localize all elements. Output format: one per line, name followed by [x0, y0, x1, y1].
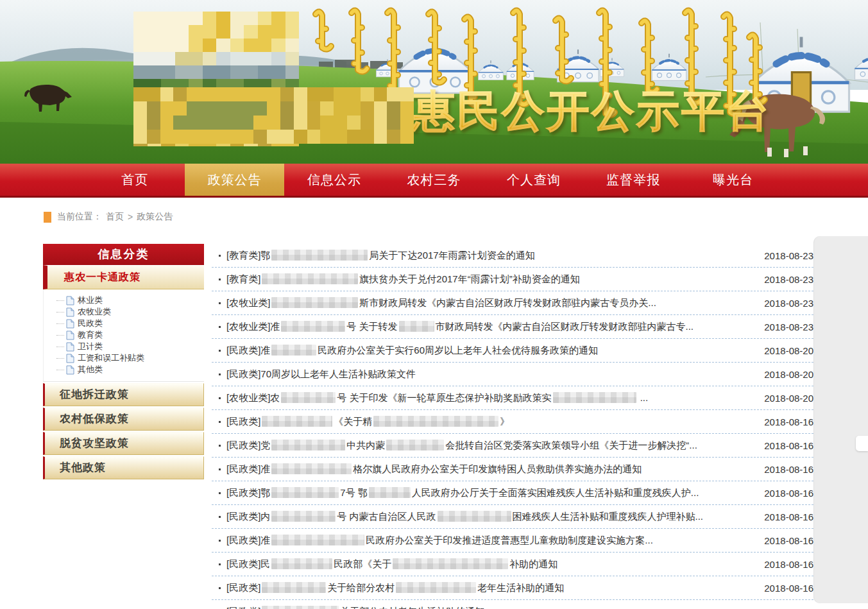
announcement-title-link[interactable]: [农牧业类]农号 关于印发《新一轮草原生态保护补助奖励政策实 ...: [226, 392, 754, 404]
bullet-icon: [219, 540, 221, 542]
announcement-title-link[interactable]: [民政类]民民政部《关于补助的通知: [226, 558, 754, 570]
sidebar-subcategory-1[interactable]: 农牧业类: [56, 306, 204, 318]
announcement-list: [教育类]鄂局关于下达2017年雨露计划资金的通知2018-08-23[教育类]…: [212, 244, 813, 609]
announcement-date: 2018-08-23: [754, 274, 813, 285]
announcement-title-link[interactable]: [民政类]准格尔旗人民政府办公室关于印发旗特困人员救助供养实施办法的通知: [226, 463, 754, 476]
list-item[interactable]: [民政类]关于部分农村老年生活补助的通知2018-08-16: [212, 600, 813, 609]
sidebar-item-category-2[interactable]: 脱贫攻坚政策: [43, 432, 204, 455]
redacted-text: [369, 487, 411, 498]
announcement-date: 2018-08-20: [754, 345, 813, 356]
announcement-date: 2018-08-16: [754, 488, 813, 499]
redacted-text: [262, 582, 326, 593]
bullet-icon: [219, 350, 221, 352]
subcategory-label: 卫计类: [78, 341, 103, 352]
list-item[interactable]: [教育类]旗扶贫办关于兑付2017年“雨露计划”补助资金的通知2018-08-2…: [212, 268, 813, 291]
document-icon: [66, 342, 74, 352]
nav-item-1[interactable]: 政策公告: [185, 164, 284, 196]
subcategory-label: 其他类: [78, 364, 103, 375]
list-item[interactable]: [农牧业类]斯市财政局转发《内蒙古自治区财政厅转发财政部驻内蒙古专员办关...2…: [212, 291, 813, 315]
breadcrumb-current-link[interactable]: 政策公告: [137, 211, 173, 223]
announcement-date: 2018-08-16: [754, 440, 813, 451]
sidebar-subcategory-0[interactable]: 林业类: [56, 295, 204, 306]
redacted-text: [553, 392, 636, 403]
subcategory-label: 民政类: [78, 318, 103, 329]
announcement-title-link[interactable]: [教育类]鄂局关于下达2017年雨露计划资金的通知: [226, 250, 754, 262]
list-item[interactable]: [民政类]内号 内蒙古自治区人民政困难残疾人生活补贴和重度残疾人护理补贴...2…: [212, 505, 813, 529]
sidebar-title: 信息分类: [43, 244, 204, 265]
redacted-text: [271, 487, 339, 498]
announcement-title-link[interactable]: [民政类]党中共内蒙会批转自治区党委落实政策领导小组《关于进一步解决挖“...: [226, 440, 754, 452]
redacted-text: [396, 582, 476, 593]
list-item[interactable]: [农牧业类]农号 关于印发《新一轮草原生态保护补助奖励政策实 ...2018-0…: [212, 386, 813, 410]
announcement-title-link[interactable]: [民政类]内号 内蒙古自治区人民政困难残疾人生活补贴和重度残疾人护理补贴...: [226, 511, 754, 523]
list-item[interactable]: [民政类]民民政部《关于补助的通知2018-08-16: [212, 553, 813, 576]
bullet-icon: [219, 587, 221, 589]
bullet-icon: [219, 397, 221, 399]
subcategory-label: 林业类: [78, 295, 103, 306]
announcement-title-link[interactable]: [农牧业类]准号 关于转发市财政局转发《内蒙古自治区财政厅转发财政部驻内蒙古专.…: [226, 321, 754, 333]
announcement-date: 2018-08-16: [754, 606, 813, 609]
list-item[interactable]: [民政类]准民政府办公室关于实行60周岁以上老年人社会优待服务政策的通知2018…: [212, 339, 813, 363]
list-item[interactable]: [民政类]党中共内蒙会批转自治区党委落实政策领导小组《关于进一步解决挖“...2…: [212, 434, 813, 458]
nav-item-6[interactable]: 曝光台: [683, 164, 783, 196]
sidebar-item-active-category[interactable]: 惠农一卡通政策: [43, 265, 204, 289]
announcement-date: 2018-08-23: [754, 250, 813, 261]
nav-item-0[interactable]: 首页: [85, 164, 185, 196]
nav-item-5[interactable]: 监督举报: [584, 164, 683, 196]
widget-collapse-tab[interactable]: [856, 436, 868, 451]
list-item[interactable]: [民政类]关于给部分农村老年生活补助的通知2018-08-16: [212, 576, 813, 600]
list-item[interactable]: [民政类]《关于精》2018-08-16: [212, 410, 813, 434]
sidebar-subcategory-2[interactable]: 民政类: [56, 318, 204, 329]
announcement-title-link[interactable]: [民政类]准民政府办公室关于实行60周岁以上老年人社会优待服务政策的通知: [226, 345, 754, 357]
announcement-date: 2018-08-16: [754, 535, 813, 546]
sidebar-item-category-1[interactable]: 农村低保政策: [43, 407, 204, 431]
sidebar-subcategory-6[interactable]: 其他类: [56, 364, 204, 375]
announcement-title-link[interactable]: [教育类]旗扶贫办关于兑付2017年“雨露计划”补助资金的通知: [226, 273, 754, 286]
breadcrumb-marker-icon: [44, 212, 51, 223]
redacted-text: [271, 345, 316, 356]
tree-connector: [56, 300, 64, 301]
document-icon: [66, 330, 74, 340]
subcategory-label: 教育类: [78, 329, 103, 341]
list-item[interactable]: [农牧业类]准号 关于转发市财政局转发《内蒙古自治区财政厅转发财政部驻内蒙古专.…: [212, 315, 813, 339]
document-icon: [66, 307, 74, 317]
list-item[interactable]: [民政类]鄂7号 鄂人民政府办公厅关于全面落实困难残疾人生活补贴和重度残疾人护.…: [212, 481, 813, 505]
sidebar-item-category-0[interactable]: 征地拆迁政策: [43, 383, 204, 406]
redacted-text: [281, 392, 336, 403]
announcement-date: 2018-08-20: [754, 369, 813, 380]
bullet-icon: [219, 516, 221, 518]
redacted-text: [393, 558, 508, 569]
redacted-text: [399, 321, 434, 332]
announcement-title-link[interactable]: [民政类]准民政府办公室关于印发推进适度普惠型儿童救助制度建设实施方案...: [226, 535, 754, 547]
list-item[interactable]: [民政类]70周岁以上老年人生活补贴政策文件2018-08-20: [212, 363, 813, 386]
sidebar-subcategory-5[interactable]: 工资和误工补贴类: [56, 352, 204, 364]
side-widget-panel[interactable]: [813, 236, 868, 603]
sidebar-subcategory-3[interactable]: 教育类: [56, 329, 204, 341]
announcement-title-link[interactable]: [农牧业类]斯市财政局转发《内蒙古自治区财政厅转发财政部驻内蒙古专员办关...: [226, 297, 754, 309]
list-item[interactable]: [教育类]鄂局关于下达2017年雨露计划资金的通知2018-08-23: [212, 244, 813, 268]
announcement-date: 2018-08-16: [754, 583, 813, 594]
announcement-title-link[interactable]: [民政类]关于部分农村老年生活补助的通知: [226, 606, 754, 609]
announcement-date: 2018-08-16: [754, 511, 813, 522]
redacted-text: [386, 440, 444, 450]
announcement-title-link[interactable]: [民政类]70周岁以上老年人生活补贴政策文件: [226, 368, 754, 381]
announcement-title-link[interactable]: [民政类]《关于精》: [226, 416, 754, 428]
redacted-text: [373, 416, 498, 427]
breadcrumb-home-link[interactable]: 首页: [106, 211, 124, 223]
list-item[interactable]: [民政类]准民政府办公室关于印发推进适度普惠型儿童救助制度建设实施方案...20…: [212, 529, 813, 553]
announcement-title-link[interactable]: [民政类]鄂7号 鄂人民政府办公厅关于全面落实困难残疾人生活补贴和重度残疾人护.…: [226, 487, 754, 499]
tree-connector: [56, 335, 64, 336]
tree-connector: [56, 312, 64, 313]
announcement-title-link[interactable]: [民政类]关于给部分农村老年生活补助的通知: [226, 582, 754, 594]
subcategory-label: 工资和误工补贴类: [78, 352, 144, 364]
redacted-text: [262, 416, 332, 427]
list-item[interactable]: [民政类]准格尔旗人民政府办公室关于印发旗特困人员救助供养实施办法的通知2018…: [212, 458, 813, 481]
nav-item-2[interactable]: 信息公示: [284, 164, 384, 196]
nav-item-4[interactable]: 个人查询: [484, 164, 583, 196]
sidebar-item-category-3[interactable]: 其他政策: [43, 456, 204, 479]
sidebar-subcategory-4[interactable]: 卫计类: [56, 341, 204, 352]
announcement-date: 2018-08-16: [754, 416, 813, 427]
bullet-icon: [219, 279, 221, 280]
breadcrumb-separator: >: [128, 212, 133, 222]
nav-item-3[interactable]: 农村三务: [384, 164, 484, 196]
